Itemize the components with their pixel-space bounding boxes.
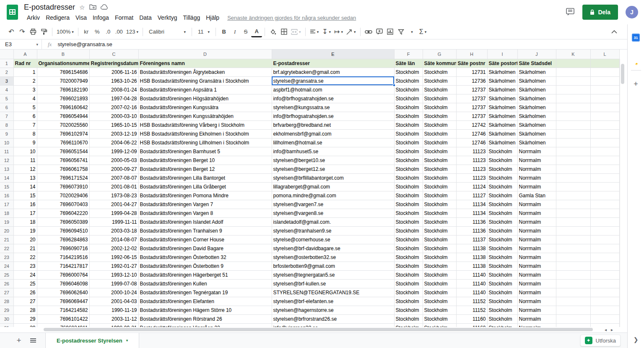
cell-A21[interactable]: 20 [13, 235, 37, 244]
cell-D21[interactable]: Bostadsrättsföreningen Corner House [138, 235, 272, 244]
cell-A8[interactable]: 7 [13, 120, 37, 129]
cell-C9[interactable]: 2003-12-19 [89, 129, 138, 138]
menu-infoga[interactable]: Infoga [90, 13, 112, 22]
cell-B2[interactable]: 7696154686 [37, 68, 89, 76]
cell-K17[interactable] [556, 200, 590, 209]
cell-B22[interactable]: 7696090716 [37, 244, 89, 253]
cell-I5[interactable]: Skärholmen [487, 94, 517, 103]
filter-button[interactable] [396, 26, 407, 37]
calendar-icon[interactable]: 31 [632, 34, 640, 42]
cell-F28[interactable]: Stockholm [394, 297, 423, 306]
horizontal-align-button[interactable]: ▾ [308, 26, 321, 37]
cell-H29[interactable]: 11152 [456, 306, 487, 314]
horizontal-scrollbar[interactable]: ◂ ▸ [0, 327, 627, 332]
cell-E29[interactable]: styrelsen@hagernstorre.se [272, 306, 394, 314]
cell-H25[interactable]: 11140 [456, 270, 487, 279]
cell-C4[interactable]: 2008-01-24 [89, 85, 138, 94]
cell-J8[interactable]: Skärholmen [517, 120, 556, 129]
explore-button[interactable]: Utforska [580, 335, 621, 346]
cell-D4[interactable]: Bostadsrättsföreningen Aspsätra 1 [138, 85, 272, 94]
menu-redigera[interactable]: Redigera [43, 13, 73, 22]
cell-H23[interactable]: 11138 [456, 253, 487, 262]
cell-D23[interactable]: Bostadsrättsföreningen Österbotten 32 [138, 253, 272, 262]
vertical-scrollbar[interactable] [620, 59, 625, 327]
cell-C8[interactable]: 1965-10-15 [89, 120, 138, 129]
row-header-22[interactable]: 22 [0, 244, 13, 253]
cell-L1[interactable] [590, 59, 619, 68]
cell-I13[interactable]: Stockholm [487, 165, 517, 173]
cell-J19[interactable]: Norrmalm [517, 217, 556, 226]
cell-G18[interactable]: Stockholm [423, 209, 456, 217]
cell-J18[interactable]: Norrmalm [517, 209, 556, 217]
cell-D25[interactable]: Bostadsrättsföreningen Hägerberget 51 [138, 270, 272, 279]
row-header-19[interactable]: 19 [0, 217, 13, 226]
cell-F8[interactable]: Stockholm [394, 120, 423, 129]
cell-D10[interactable]: HSB Bostadsrättsförening Lillholmen i St… [138, 138, 272, 147]
cell-F27[interactable]: Stockholm [394, 288, 423, 297]
cell-F31[interactable]: Stockholm [394, 323, 423, 327]
cell-K13[interactable] [556, 165, 590, 173]
cell-A31[interactable]: 30 [13, 323, 37, 327]
cell-A5[interactable]: 4 [13, 94, 37, 103]
row-header-6[interactable]: 6 [0, 103, 13, 112]
row-header-31[interactable]: 31 [0, 323, 13, 327]
row-header-16[interactable]: 16 [0, 191, 13, 200]
cell-C23[interactable]: 1992-06-15 [89, 253, 138, 262]
cell-B24[interactable]: 7164217817 [37, 262, 89, 270]
text-rotation-button[interactable]: ▾ [345, 26, 358, 37]
cell-D18[interactable]: Bostadsrättsföreningen Vargen 8 [138, 209, 272, 217]
row-header-21[interactable]: 21 [0, 235, 13, 244]
cell-I25[interactable]: Stockholm [487, 270, 517, 279]
cell-J16[interactable]: Gamla Stan [517, 191, 556, 200]
column-header-D[interactable]: D [138, 50, 272, 59]
cell-L30[interactable] [590, 314, 619, 323]
cell-E6[interactable]: styrelsen@kungssatra.se [272, 103, 394, 112]
cell-F10[interactable]: Stockholm [394, 138, 423, 147]
cell-H6[interactable]: 12737 [456, 103, 487, 112]
cell-E4[interactable]: aspbrf1@hotmail.com [272, 85, 394, 94]
cell-J25[interactable]: Norrmalm [517, 270, 556, 279]
cell-J7[interactable]: Skärholmen [517, 112, 556, 120]
cell-H9[interactable]: 12746 [456, 129, 487, 138]
cell-G2[interactable]: Stockholm [423, 68, 456, 76]
cell-F3[interactable]: Stockholm [394, 76, 423, 85]
column-header-H[interactable]: H [456, 50, 487, 59]
cell-J28[interactable]: Norrmalm [517, 297, 556, 306]
horizontal-scrollbar-thumb[interactable] [44, 328, 593, 331]
cell-L6[interactable] [590, 103, 619, 112]
cell-G13[interactable]: Stockholm [423, 165, 456, 173]
cell-L9[interactable] [590, 129, 619, 138]
cell-B13[interactable]: 7696061758 [37, 165, 89, 173]
cell-L10[interactable] [590, 138, 619, 147]
cell-D3[interactable]: HSB Bostadsrättsförening Gransätra i Sto… [138, 76, 272, 85]
cell-I7[interactable]: Skärholmen [487, 112, 517, 120]
cell-F9[interactable]: Stockholm [394, 129, 423, 138]
cell-H12[interactable]: 11123 [456, 156, 487, 165]
column-header-E[interactable]: E [272, 50, 394, 59]
cell-B19[interactable]: 7696050389 [37, 217, 89, 226]
cell-F30[interactable]: Stockholm [394, 314, 423, 323]
cell-I28[interactable]: Stockholm [487, 297, 517, 306]
cell-B29[interactable]: 7164214582 [37, 306, 89, 314]
formula-input[interactable]: styrelse@gransatra.se [57, 41, 627, 47]
cell-B14[interactable]: 7696171524 [37, 173, 89, 182]
cell-D1[interactable]: Föreningens namn [138, 59, 272, 68]
cell-D31[interactable]: Bostadsrättsföreningen Vingråen 32 [138, 323, 272, 327]
cell-E12[interactable]: styrelsen@berget10.se [272, 156, 394, 165]
cell-K22[interactable] [556, 244, 590, 253]
cell-G23[interactable]: Stockholm [423, 253, 456, 262]
cell-J14[interactable]: Norrmalm [517, 173, 556, 182]
scroll-left-icon[interactable]: ◂ [605, 327, 607, 332]
row-header-23[interactable]: 23 [0, 253, 13, 262]
cell-A24[interactable]: 23 [13, 262, 37, 270]
cell-G9[interactable]: Stockholm [423, 129, 456, 138]
cell-B3[interactable]: 7020007949 [37, 76, 89, 85]
cell-F1[interactable]: Säte län [394, 59, 423, 68]
cell-F19[interactable]: Stockholm [394, 217, 423, 226]
cell-L14[interactable] [590, 173, 619, 182]
cell-C26[interactable]: 1999-07-08 [89, 279, 138, 288]
cell-C11[interactable]: 1999-12-09 [89, 147, 138, 156]
row-header-4[interactable]: 4 [0, 85, 13, 94]
cell-E26[interactable]: styrelsen@brf-kullen.se [272, 279, 394, 288]
cell-F14[interactable]: Stockholm [394, 173, 423, 182]
